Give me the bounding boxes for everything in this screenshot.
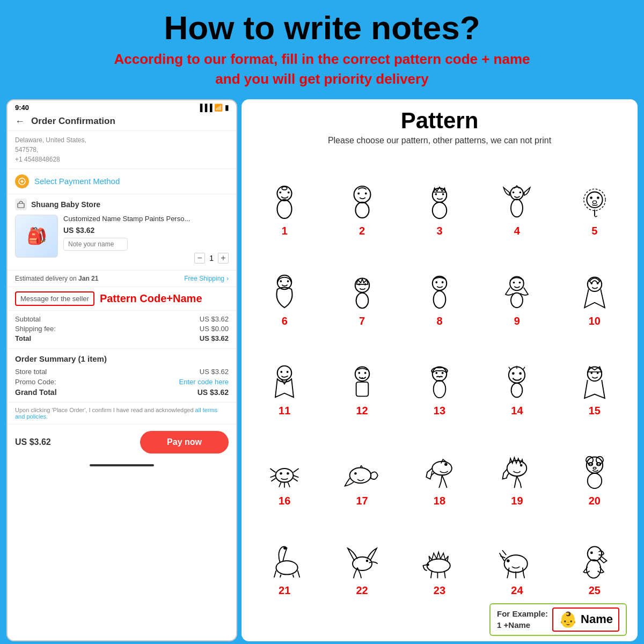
svg-point-33 [435,281,437,283]
address-line2: 547578, [15,145,229,155]
product-row: 🎒 Customized Name Stamp Paints Perso... … [15,215,229,264]
svg-point-30 [364,283,366,286]
pattern-number-20: 20 [589,495,601,507]
store-name: Shuang Baby Store [31,200,100,209]
svg-point-17 [513,192,515,194]
pattern-number-19: 19 [511,495,523,507]
svg-point-4 [280,192,282,194]
svg-point-16 [511,200,523,217]
svg-point-91 [587,560,601,578]
payment-label[interactable]: Select Payment Method [34,177,120,186]
example-box: For Example:1 +Name 👶 Name [247,603,632,636]
pay-total: US $3.62 [15,437,51,447]
svg-point-79 [593,467,596,469]
svg-point-67 [444,463,447,465]
grand-total-row: Grand Total US $3.62 [15,388,229,397]
svg-point-11 [433,188,447,202]
svg-point-41 [597,282,599,284]
payment-icon [15,174,29,188]
status-time: 9:40 [15,104,29,112]
pattern-item-5: 5 [557,152,632,239]
shipping-info: Free Shipping › [184,275,229,282]
pattern-number-22: 22 [356,584,368,597]
svg-point-60 [597,372,599,374]
example-name-text: Name [581,612,613,626]
svg-point-13 [435,193,437,195]
pattern-item-12: 12 [324,332,399,419]
pattern-icon-4 [500,183,534,224]
header-section: How to write notes? According to our for… [0,0,644,94]
svg-point-26 [287,280,289,282]
pattern-icon-25 [579,543,610,583]
pattern-number-24: 24 [511,584,523,597]
delivery-row: Estimated delivery on Jan 21 Free Shippi… [8,270,236,287]
main-title: How to write notes? [11,10,633,46]
promo-row: Promo Code: Enter code here [15,378,229,386]
message-box[interactable]: Message for the seller [15,291,94,306]
svg-point-29 [358,283,360,286]
pattern-item-7: 7 [324,241,399,329]
nav-bar: ← Order Confirmation [8,113,236,131]
example-inner: For Example:1 +Name 👶 Name [489,603,627,636]
pattern-icon-5 [577,183,612,224]
svg-point-59 [590,372,592,374]
note-input[interactable] [63,238,128,251]
pattern-icon-15 [579,363,610,404]
pattern-icon-8 [424,273,455,314]
svg-point-39 [588,277,602,291]
svg-point-52 [442,372,444,374]
svg-point-82 [283,546,286,549]
pattern-item-16: 16 [247,421,322,509]
pattern-icon-11 [269,363,300,404]
pay-bar: US $3.62 Pay now [8,425,236,460]
back-button[interactable]: ← [15,116,25,127]
pattern-icon-14 [501,363,532,404]
pattern-icon-13 [424,363,455,404]
address-line1: Delaware, United States, [15,135,229,145]
qty-increase[interactable]: + [218,253,229,264]
store-row: Shuang Baby Store [15,199,229,210]
svg-point-65 [354,472,357,475]
svg-point-42 [277,366,291,380]
order-summary-section: Order Summary (1 item) Store total US $3… [8,349,236,402]
pattern-item-25: 25 [557,511,632,599]
message-row: Message for the seller Pattern Code+Name [8,287,236,311]
address-line3: +1 4548848628 [15,155,229,164]
example-name-box: 👶 Name [552,608,619,632]
qty-decrease[interactable]: − [194,253,205,264]
pattern-item-19: 19 [479,421,554,509]
svg-point-61 [276,469,294,482]
pattern-item-11: 11 [247,332,322,419]
delivery-date: Estimated delivery on Jan 21 [15,275,98,282]
pattern-grid: 1 2 3 4 5 6 7 8 9 10 11 12 13 14 [247,152,632,599]
product-image: 🎒 [15,215,58,258]
nav-title: Order Confirmation [31,116,115,127]
svg-point-62 [280,472,283,474]
pattern-item-24: 24 [479,511,554,599]
svg-point-44 [287,371,289,373]
pattern-icon-18 [422,453,457,494]
pattern-item-2: 2 [324,152,399,239]
shipping-row: Shipping fee: US $0.00 [15,325,229,333]
svg-point-7 [354,186,370,203]
example-label: For Example:1 +Name [497,608,548,631]
pattern-number-5: 5 [591,225,597,237]
pattern-number-21: 21 [279,584,290,597]
svg-point-36 [511,292,523,307]
pattern-number-8: 8 [436,315,442,327]
svg-point-38 [519,281,521,283]
pattern-number-25: 25 [589,584,601,597]
promo-link[interactable]: Enter code here [179,378,229,386]
svg-point-78 [598,463,599,464]
svg-point-63 [287,472,289,474]
example-name-icon: 👶 [559,611,577,628]
pattern-icon-22 [343,543,382,583]
svg-point-9 [357,193,360,195]
svg-point-83 [353,557,372,570]
pattern-item-14: 14 [479,332,554,419]
pattern-icon-9 [500,273,534,314]
address-section: Delaware, United States, 547578, +1 4548… [8,131,236,169]
svg-point-28 [356,293,368,308]
pay-button[interactable]: Pay now [140,431,229,453]
svg-point-5 [288,192,290,194]
